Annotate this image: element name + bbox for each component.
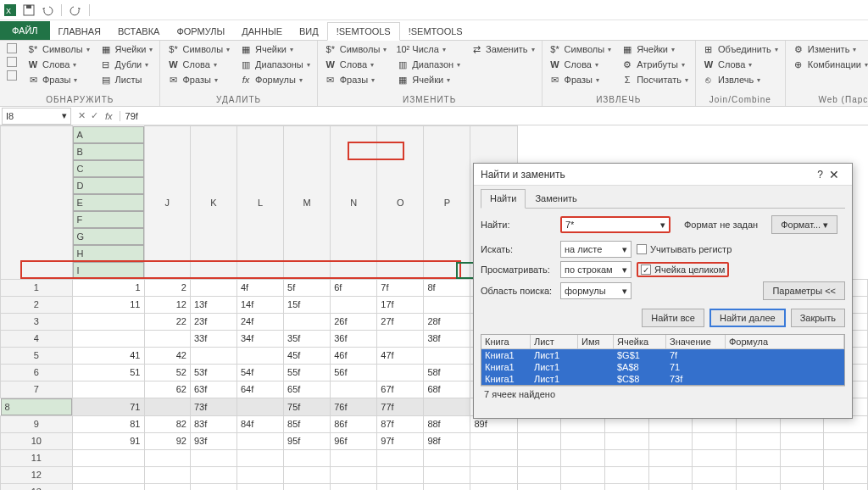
cell[interactable]: 53f	[190, 364, 236, 381]
detect-sheets[interactable]: ▤Листы	[98, 73, 155, 86]
cell[interactable]	[824, 466, 868, 483]
cell[interactable]: 93f	[190, 432, 236, 449]
web-change[interactable]: ⚙Изменить▾	[791, 42, 868, 56]
cell[interactable]	[284, 313, 331, 330]
row-3[interactable]: 3	[1, 313, 73, 330]
cell[interactable]	[144, 449, 190, 466]
cell[interactable]: 51	[72, 364, 144, 381]
cell[interactable]	[331, 296, 377, 313]
cell[interactable]	[648, 483, 693, 490]
cell[interactable]: 12	[144, 296, 190, 313]
cell[interactable]	[72, 483, 144, 490]
cell[interactable]: 54f	[237, 364, 284, 381]
cell[interactable]	[517, 466, 561, 483]
cell[interactable]: 13f	[190, 296, 236, 313]
cell[interactable]	[237, 466, 284, 483]
cell[interactable]: 38f	[424, 330, 470, 347]
col-L[interactable]: L	[237, 126, 284, 280]
cell[interactable]	[648, 466, 693, 483]
cell[interactable]	[470, 449, 517, 466]
cell[interactable]: 28f	[424, 313, 470, 330]
cell[interactable]: 5f	[284, 279, 331, 296]
col-B[interactable]: B	[73, 143, 144, 160]
result-row[interactable]: Книга1Лист1$C$873f	[481, 373, 844, 385]
cell[interactable]: 11	[72, 296, 144, 313]
cell[interactable]	[424, 296, 470, 313]
row-1[interactable]: 1	[1, 279, 73, 296]
cell[interactable]: 64f	[237, 381, 284, 398]
cell[interactable]	[237, 432, 284, 449]
extract-symbols[interactable]: $*Символы▾	[548, 42, 614, 56]
cell[interactable]: 4f	[237, 279, 284, 296]
cell[interactable]: 23f	[190, 313, 236, 330]
detect-words[interactable]: WСлова▾	[25, 58, 92, 71]
cell[interactable]: 46f	[331, 347, 377, 364]
col-I[interactable]: I	[73, 262, 144, 279]
join-words[interactable]: WСлова▾	[701, 58, 780, 71]
cell[interactable]: 82	[144, 415, 190, 432]
cell[interactable]: 83f	[190, 415, 236, 432]
col-O[interactable]: O	[377, 126, 424, 280]
cell[interactable]: 7f	[377, 279, 424, 296]
cell[interactable]	[190, 449, 236, 466]
cell[interactable]	[284, 449, 331, 466]
cell[interactable]: 71	[72, 398, 144, 415]
find-input[interactable]: 7*▾	[560, 216, 670, 233]
tab-insert[interactable]: ВСТАВКА	[109, 23, 168, 40]
cell[interactable]: 36f	[331, 330, 377, 347]
check-symbols[interactable]	[5, 42, 19, 54]
cell[interactable]: 17f	[377, 296, 424, 313]
cell[interactable]: 1	[72, 279, 144, 296]
help-icon[interactable]: ?	[817, 169, 823, 181]
cell[interactable]: 86f	[331, 415, 377, 432]
cell[interactable]: 95f	[284, 432, 331, 449]
tab-file[interactable]: ФАЙЛ	[0, 21, 50, 40]
cell[interactable]	[648, 449, 693, 466]
cell[interactable]	[237, 398, 284, 415]
change-numbers[interactable]: 10²Числа▾	[395, 42, 462, 56]
cell[interactable]	[780, 449, 824, 466]
cell[interactable]	[780, 466, 824, 483]
cell[interactable]	[736, 466, 780, 483]
tab-home[interactable]: ГЛАВНАЯ	[50, 23, 109, 40]
cell[interactable]	[331, 483, 377, 490]
cell[interactable]	[824, 449, 868, 466]
cell[interactable]: 52	[144, 364, 190, 381]
extract-cells[interactable]: ▦Ячейки▾	[620, 42, 690, 56]
row-4[interactable]: 4	[1, 330, 73, 347]
change-phrases[interactable]: ✉Фразы▾	[323, 73, 389, 86]
cell[interactable]	[561, 432, 605, 449]
cell[interactable]	[561, 466, 605, 483]
format-button[interactable]: Формат... ▾	[771, 215, 837, 234]
results-list[interactable]: КнигаЛистИмяЯчейкаЗначениеФормула Книга1…	[481, 334, 845, 386]
extract-words[interactable]: WСлова▾	[548, 58, 614, 71]
join-merge[interactable]: ⊞Объединить▾	[701, 42, 780, 56]
result-row[interactable]: Книга1Лист1$G$17f	[481, 349, 844, 361]
cell[interactable]	[144, 398, 190, 415]
tab-formulas[interactable]: ФОРМУЛЫ	[168, 23, 233, 40]
delete-cells[interactable]: ▦Ячейки▾	[238, 42, 312, 56]
cell[interactable]: 91	[72, 432, 144, 449]
cell[interactable]	[693, 483, 737, 490]
detect-dupes[interactable]: ⊟Дубли▾	[98, 58, 155, 71]
cell[interactable]	[144, 483, 190, 490]
cell[interactable]	[604, 432, 648, 449]
col-K[interactable]: K	[190, 126, 236, 280]
cell[interactable]	[72, 381, 144, 398]
cell[interactable]: 92	[144, 432, 190, 449]
tab-find[interactable]: Найти	[481, 189, 526, 209]
accept-icon[interactable]: ✓	[91, 110, 98, 121]
cell[interactable]: 87f	[377, 415, 424, 432]
cell[interactable]: 73f	[190, 398, 236, 415]
cell[interactable]: 22	[144, 313, 190, 330]
cell[interactable]: 63f	[190, 381, 236, 398]
cell[interactable]: 88f	[424, 415, 470, 432]
cell[interactable]	[693, 432, 737, 449]
row-10[interactable]: 10	[1, 432, 73, 449]
redo-icon[interactable]	[69, 3, 82, 17]
delete-ranges[interactable]: ▥Диапазоны▾	[238, 58, 312, 71]
col-G[interactable]: G	[73, 228, 144, 245]
detect-symbols[interactable]: $*Символы▾	[25, 42, 92, 56]
col-D[interactable]: D	[73, 177, 144, 194]
match-case-checkbox[interactable]	[637, 244, 647, 254]
